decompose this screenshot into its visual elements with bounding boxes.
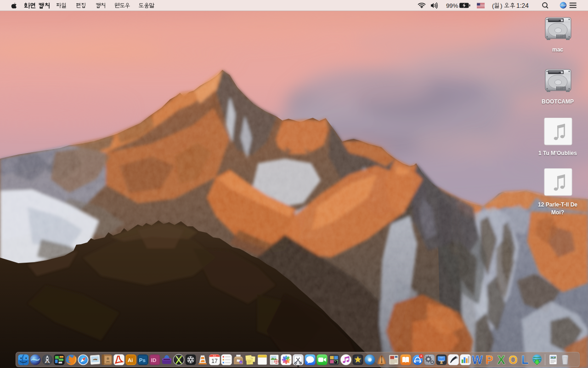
svg-text:O: O: [509, 354, 517, 366]
svg-text:Ps: Ps: [139, 357, 146, 363]
svg-text:L: L: [521, 354, 528, 366]
svg-text:W: W: [472, 354, 483, 366]
svg-text:Plan: Plan: [250, 357, 253, 359]
svg-text:1:24: 1:24: [516, 2, 529, 9]
svg-text:4: 4: [420, 354, 422, 357]
svg-text:17: 17: [211, 358, 218, 364]
svg-text:): ): [500, 2, 503, 9]
svg-text:(: (: [492, 2, 494, 9]
svg-text:Ai: Ai: [128, 357, 133, 363]
svg-text:JUL: JUL: [213, 354, 216, 356]
svg-text:X: X: [498, 354, 505, 366]
svg-text:99%: 99%: [446, 2, 458, 9]
svg-text:P: P: [486, 354, 493, 366]
svg-text:ID: ID: [151, 357, 157, 363]
